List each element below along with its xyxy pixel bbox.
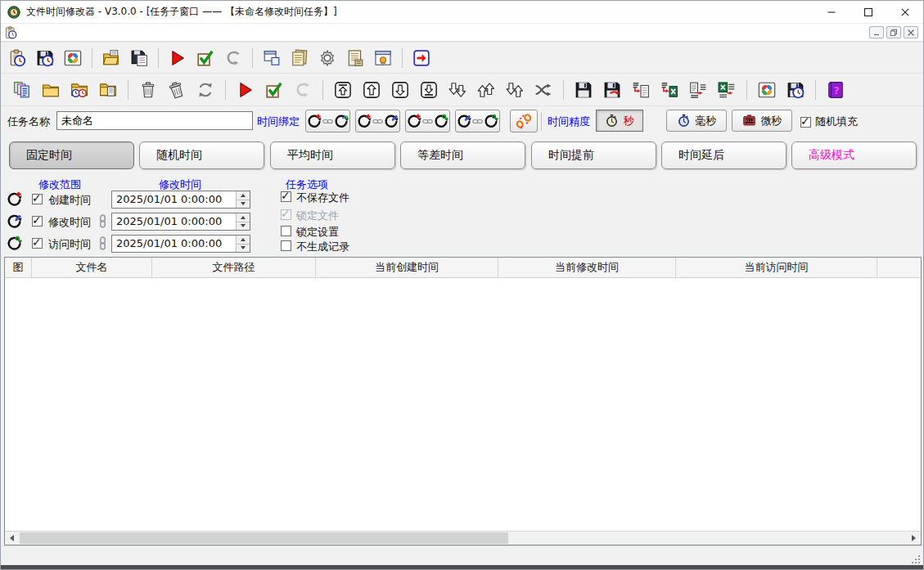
export-text-button[interactable] [687, 79, 710, 101]
import-text-button[interactable] [629, 79, 652, 101]
move-bottom-button[interactable] [417, 79, 440, 101]
import-excel-button[interactable] [658, 79, 681, 101]
move-down-button[interactable] [389, 79, 412, 101]
reverse-button[interactable] [503, 79, 526, 101]
tab-时间提前[interactable]: 时间提前 [531, 141, 656, 169]
modify-time-datetime-input[interactable]: 2025/01/01 0:00:00 [111, 213, 250, 231]
bind-modify-access-button[interactable] [455, 110, 500, 132]
clk-key-icon [434, 114, 448, 128]
help-window-button[interactable] [372, 47, 394, 70]
add-folder-doc-button[interactable] [97, 79, 119, 101]
precision-毫秒-button[interactable]: 毫秒 [666, 110, 727, 132]
scroll-right-button[interactable] [907, 532, 921, 545]
column-header-当前创建时间[interactable]: 当前创建时间 [316, 258, 498, 277]
add-folder-button[interactable] [39, 79, 62, 101]
spin-down-button[interactable] [237, 200, 250, 209]
create-time-datetime-input[interactable]: 2025/01/01 0:00:00 [111, 191, 250, 209]
exit-button[interactable] [410, 47, 433, 70]
close-button[interactable] [886, 1, 923, 23]
option-锁定设置-checkbox[interactable] [281, 226, 291, 236]
task-name-input[interactable] [56, 111, 253, 130]
column-header-文件名[interactable]: 文件名 [32, 258, 152, 277]
scroll-left-button[interactable] [5, 532, 19, 545]
spin-down-button[interactable] [237, 222, 250, 231]
save-button[interactable] [572, 79, 595, 101]
sort-asc-button[interactable] [475, 79, 498, 101]
notes-icon [291, 49, 309, 67]
paste-task-button[interactable] [128, 47, 151, 70]
save-as-button[interactable] [601, 79, 624, 101]
table-body[interactable] [5, 278, 921, 531]
add-files-button[interactable] [11, 79, 34, 101]
move-top-button[interactable] [331, 79, 354, 101]
create-time-label: 创建时间 [48, 193, 91, 208]
bind-create-access-button[interactable] [405, 110, 450, 132]
create-time-datetime-value: 2025/01/01 0:00:00 [112, 191, 236, 208]
refresh-button[interactable] [194, 79, 217, 101]
resize-grip[interactable] [909, 553, 920, 563]
shuffle-button[interactable] [532, 79, 555, 101]
spin-up-button[interactable] [237, 236, 250, 245]
app-window: 文件时间修改器 - V3.0.0 - [任务子窗口 —— 【未命名修改时间任务】… [0, 0, 924, 570]
access-time-datetime-input[interactable]: 2025/01/01 0:00:00 [111, 235, 250, 253]
clk-plus-icon [357, 114, 372, 128]
column-header-文件路径[interactable]: 文件路径 [152, 258, 316, 277]
modules-button[interactable] [755, 79, 778, 101]
notes-button[interactable] [288, 47, 311, 70]
apply-task-button[interactable] [263, 79, 286, 101]
mdi-minimize-button[interactable] [869, 26, 884, 38]
random-fill-checkbox[interactable] [800, 117, 811, 128]
window-restore-button[interactable] [260, 47, 283, 70]
move-up-button[interactable] [360, 79, 383, 101]
column-header-图[interactable]: 图 [5, 258, 32, 277]
add-folder-time-button[interactable] [68, 79, 91, 101]
run-task-button[interactable] [166, 47, 189, 70]
mdi-restore-button[interactable] [886, 26, 901, 38]
option-不保存文件-checkbox[interactable] [281, 191, 291, 202]
column-header-当前修改时间[interactable]: 当前修改时间 [498, 258, 676, 277]
tab-平均时间[interactable]: 平均时间 [270, 141, 395, 169]
scrollbar-thumb[interactable] [20, 532, 508, 544]
minimize-button[interactable] [813, 1, 850, 23]
save-task-button[interactable] [784, 79, 807, 101]
precision-微秒-button[interactable]: 0112微秒 [732, 110, 792, 132]
bind-create-modify-access-button[interactable] [305, 110, 350, 132]
tab-等差时间[interactable]: 等差时间 [400, 141, 525, 169]
export-excel-button[interactable] [715, 79, 738, 101]
modules-button[interactable] [61, 47, 84, 70]
tab-随机时间[interactable]: 随机时间 [139, 141, 264, 169]
help-book-button[interactable]: ? [824, 79, 847, 101]
unbind-times-button[interactable] [510, 110, 538, 132]
option-不生成记录-checkbox[interactable] [281, 240, 291, 251]
save-task-button[interactable] [34, 47, 56, 70]
spin-up-button[interactable] [237, 213, 250, 222]
mdi-close-button[interactable] [904, 26, 918, 38]
move-down-icon [391, 81, 409, 99]
sort-desc-button[interactable] [446, 79, 469, 101]
maximize-button[interactable] [850, 1, 886, 23]
tab-固定时间[interactable]: 固定时间 [9, 141, 134, 169]
spin-up-button[interactable] [237, 191, 250, 200]
settings-button[interactable] [316, 47, 339, 70]
create-time-checkbox[interactable] [32, 194, 43, 204]
shuffle-icon [534, 81, 552, 99]
access-time-checkbox[interactable] [32, 238, 43, 249]
spin-down-button[interactable] [237, 245, 250, 253]
open-task-button[interactable] [100, 47, 123, 70]
log-button[interactable] [344, 47, 367, 70]
undo-disabled-button[interactable] [291, 79, 314, 101]
random-fill-option[interactable]: 随机填充 [800, 114, 858, 129]
delete-all-button[interactable] [165, 79, 188, 101]
column-header-当前访问时间[interactable]: 当前访问时间 [676, 258, 877, 277]
precision-秒-button[interactable]: 秒 [596, 110, 643, 132]
bind-create-modify-button[interactable] [355, 110, 400, 132]
tab-时间延后[interactable]: 时间延后 [661, 141, 787, 169]
horizontal-scrollbar[interactable] [5, 531, 921, 545]
delete-button[interactable] [137, 79, 160, 101]
modify-time-checkbox[interactable] [32, 216, 43, 227]
new-task-button[interactable] [6, 47, 29, 70]
tab-高级模式[interactable]: 高级模式 [791, 141, 917, 169]
apply-task-button[interactable] [194, 47, 217, 70]
run-task-button[interactable] [234, 79, 257, 101]
undo-button[interactable] [222, 47, 245, 70]
